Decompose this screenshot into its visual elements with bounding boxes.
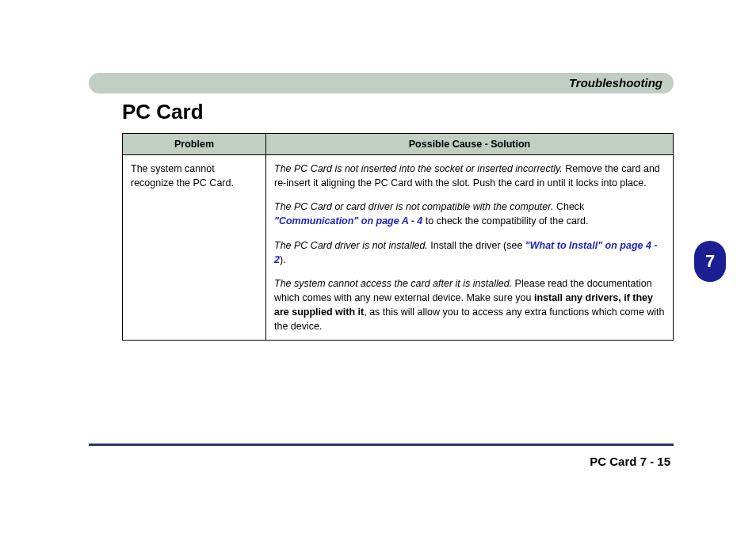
- s2-body-a: Check: [553, 201, 584, 212]
- cell-problem: The system cannot recognize the PC Card.: [123, 155, 266, 341]
- solution-para-4: The system cannot access the card after …: [274, 276, 665, 334]
- s3-lead: The PC Card driver is not installed.: [274, 240, 428, 251]
- header-title: Troubleshooting: [569, 76, 662, 89]
- solution-para-3: The PC Card driver is not installed. Ins…: [274, 238, 665, 267]
- table-row: The system cannot recognize the PC Card.…: [123, 155, 674, 341]
- s1-lead: The PC Card is not inserted into the soc…: [274, 163, 563, 174]
- section-title: PC Card: [122, 100, 204, 124]
- s3-body-b: ).: [280, 254, 286, 265]
- footer-text: PC Card 7 - 15: [590, 455, 670, 468]
- s2-lead: The PC Card or card driver is not compat…: [274, 201, 553, 212]
- troubleshooting-table: Problem Possible Cause - Solution The sy…: [122, 133, 674, 341]
- table-header-row: Problem Possible Cause - Solution: [123, 134, 674, 155]
- cell-solution: The PC Card is not inserted into the soc…: [266, 155, 674, 341]
- chapter-tab: 7: [694, 241, 726, 282]
- page: Troubleshooting PC Card Problem Possible…: [0, 0, 756, 533]
- header-bar: Troubleshooting: [89, 73, 674, 93]
- s2-body-b: to check the compatibility of the card.: [422, 215, 588, 227]
- link-communication[interactable]: "Communication" on page A - 4: [274, 215, 422, 227]
- s4-lead: The system cannot access the card after …: [274, 278, 512, 289]
- s3-body-a: Install the driver (see: [428, 240, 525, 251]
- chapter-number: 7: [705, 251, 715, 272]
- footer-rule: [89, 444, 674, 446]
- th-solution: Possible Cause - Solution: [266, 134, 674, 155]
- solution-para-2: The PC Card or card driver is not compat…: [274, 200, 665, 228]
- th-problem: Problem: [123, 134, 266, 155]
- solution-para-1: The PC Card is not inserted into the soc…: [274, 162, 665, 190]
